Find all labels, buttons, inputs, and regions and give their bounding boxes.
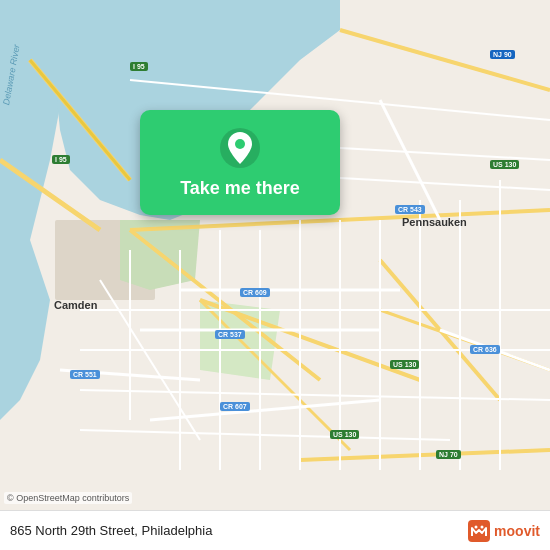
- location-card[interactable]: Take me there: [140, 110, 340, 215]
- cr607-shield: CR 607: [220, 402, 250, 411]
- nj90-shield: NJ 90: [490, 50, 515, 59]
- us130-shield-2: US 130: [390, 360, 419, 369]
- svg-point-41: [481, 525, 484, 528]
- camden-label: Camden: [52, 298, 99, 312]
- cr543-shield: CR 543: [395, 205, 425, 214]
- moovit-icon: [468, 520, 490, 542]
- map-svg: [0, 0, 550, 510]
- i95-shield-2: I 95: [52, 155, 70, 164]
- bottom-bar: 865 North 29th Street, Philadelphia moov…: [0, 510, 550, 550]
- moovit-text: moovit: [494, 523, 540, 539]
- pennsauken-label: Pennsauken: [400, 215, 469, 229]
- us130-shield-1: US 130: [490, 160, 519, 169]
- svg-point-40: [475, 525, 478, 528]
- map-container: I 95 I 95 NJ 90 US 130 US 130 US 130 CR …: [0, 0, 550, 550]
- location-pin-icon: [218, 126, 262, 170]
- svg-point-38: [235, 139, 245, 149]
- cr537-shield: CR 537: [215, 330, 245, 339]
- address-label: 865 North 29th Street, Philadelphia: [10, 523, 212, 538]
- moovit-logo: moovit: [468, 520, 540, 542]
- i95-shield-1: I 95: [130, 62, 148, 71]
- nj70-shield: NJ 70: [436, 450, 461, 459]
- cr551-shield: CR 551: [70, 370, 100, 379]
- us130-shield-3: US 130: [330, 430, 359, 439]
- map-copyright: © OpenStreetMap contributors: [4, 492, 132, 504]
- cr636-shield: CR 636: [470, 345, 500, 354]
- cr609-shield: CR 609: [240, 288, 270, 297]
- take-me-there-label[interactable]: Take me there: [180, 178, 300, 199]
